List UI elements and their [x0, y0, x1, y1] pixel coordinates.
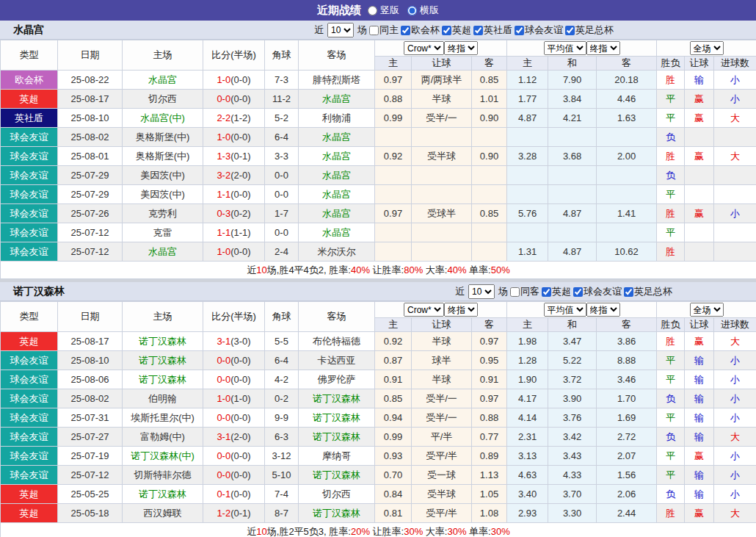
goals-result: 大 [714, 109, 756, 128]
team-section: 水晶宫近10场同主欧会杯英超英社盾球会友谊英足总杯类型日期主场比分(半场)角球客… [0, 21, 756, 279]
match-date: 25-08-02 [58, 128, 123, 147]
home-team: 克劳利 [123, 204, 203, 223]
league-filter-checkbox[interactable] [473, 26, 483, 35]
home-odds: 0.81 [375, 504, 412, 523]
same-venue-checkbox[interactable] [369, 26, 379, 35]
handicap-line [412, 223, 472, 242]
match-date: 25-07-26 [58, 204, 123, 223]
fulltime-score: 0-0 [217, 93, 230, 104]
league-filter-checkbox[interactable] [565, 26, 575, 35]
handicap-result: 赢 [685, 332, 714, 351]
layout-vertical-option[interactable]: 竖版 [367, 4, 399, 17]
league-filter-checkbox[interactable] [542, 287, 551, 297]
score-cell: 0-0(0-0) [203, 466, 265, 485]
column-header-col-score: 比分(半场) [203, 40, 265, 71]
avg-time-select[interactable]: 终指 [586, 303, 620, 317]
avg-home-odds [507, 223, 548, 242]
subcolumn-header-avg-away: 客 [597, 318, 657, 332]
layout-horizontal-option[interactable]: 横版 [407, 4, 439, 17]
games-count-select[interactable]: 10 [327, 23, 354, 37]
odds-company-select[interactable]: Crow* [404, 303, 444, 317]
league-filter-checkbox[interactable] [573, 287, 583, 297]
corner-score: 3-12 [265, 447, 299, 466]
goals-result: 小 [714, 90, 756, 109]
subcolumn-header-handicap: 让球 [412, 57, 472, 71]
league-filter-option[interactable]: 英足总杯 [564, 24, 614, 37]
league-filter-checkbox[interactable] [401, 26, 410, 35]
page-title: 近期战绩 [317, 4, 361, 18]
match-row: 球会友谊25-08-02伯明翰1-0(1-0)0-2诺丁汉森林0.85受半/一0… [1, 389, 756, 408]
league-filter-option[interactable]: 球会友谊 [514, 24, 563, 37]
column-header-col-home: 主场 [123, 40, 203, 71]
match-row: 球会友谊25-08-06诺丁汉森林0-0(0-0)4-2佛罗伦萨0.91半球0.… [1, 370, 756, 389]
handicap-line: 受半球 [412, 147, 472, 166]
odds-time-select[interactable]: 终指 [444, 41, 478, 55]
summary-segment: 单率: [466, 526, 490, 537]
subcolumn-header-handicap: 让球 [412, 318, 472, 332]
column-header-col-corner: 角球 [265, 302, 299, 332]
fulltime-score: 1-3 [217, 151, 230, 162]
games-count-select[interactable]: 10 [468, 284, 495, 299]
corner-score: 7-4 [265, 485, 299, 504]
halftime-score: (1-2) [230, 112, 250, 123]
horizontal-layout-radio[interactable] [407, 6, 417, 15]
away-team: 水晶宫 [299, 147, 375, 166]
vertical-layout-radio[interactable] [368, 6, 377, 15]
avg-away-odds: 2.07 [597, 447, 657, 466]
handicap-line: 受一球 [412, 466, 472, 485]
league-filter-option[interactable]: 英超 [441, 24, 471, 37]
match-row: 英超25-05-25诺丁汉森林0-1(0-0)7-4切尔西0.84受半球1.05… [1, 485, 756, 504]
avg-away-odds: 4.46 [597, 90, 657, 109]
league-filter-label: 球会友谊 [525, 24, 563, 37]
goals-result: 小 [714, 466, 756, 485]
away-odds: 0.89 [472, 447, 507, 466]
home-odds: 0.94 [375, 408, 412, 428]
home-team: 诺丁汉森林 [123, 485, 203, 504]
league-filter-option[interactable]: 球会友谊 [573, 285, 622, 298]
scope-select[interactable]: 全场 [690, 41, 724, 55]
away-team: 利物浦 [299, 109, 375, 128]
odds-time-select[interactable]: 终指 [444, 303, 478, 317]
column-header-col-away: 客场 [299, 302, 375, 332]
same-venue-option[interactable]: 同客 [509, 285, 539, 298]
same-venue-option[interactable]: 同主 [368, 24, 399, 37]
scope-select[interactable]: 全场 [690, 303, 724, 317]
average-select[interactable]: 平均值 [544, 41, 586, 55]
handicap-result [685, 185, 714, 204]
same-venue-checkbox[interactable] [510, 287, 520, 297]
odds-company-select[interactable]: Crow* [404, 41, 444, 55]
score-cell: 1-0(1-0) [203, 389, 265, 408]
sections-container: 水晶宫近10场同主欧会杯英超英社盾球会友谊英足总杯类型日期主场比分(半场)角球客… [0, 21, 756, 537]
handicap-result: 输 [685, 408, 714, 428]
match-date: 25-08-22 [58, 71, 123, 90]
average-select[interactable]: 平均值 [544, 303, 586, 317]
league-filter-checkbox[interactable] [624, 287, 633, 297]
handicap-line: 半球 [412, 332, 472, 351]
summary-segment: 近 [247, 526, 256, 537]
goals-result: 小 [714, 408, 756, 428]
corner-score: 9-9 [265, 408, 299, 428]
league-filter-option[interactable]: 英超 [541, 285, 571, 298]
match-date: 25-05-25 [58, 485, 123, 504]
league-filter-checkbox[interactable] [515, 26, 524, 35]
league-filter-checkbox[interactable] [442, 26, 451, 35]
league-filter-option[interactable]: 英足总杯 [623, 285, 672, 298]
league-badge: 球会友谊 [1, 223, 58, 242]
away-team: 诺丁汉森林 [299, 428, 375, 447]
corner-score: 4-2 [265, 370, 299, 389]
avg-away-odds: 3.46 [597, 370, 657, 389]
avg-home-odds: 5.76 [507, 204, 548, 223]
home-team: 奥格斯堡(中) [123, 128, 203, 147]
home-team: 诺丁汉森林 [123, 332, 203, 351]
league-filter-option[interactable]: 欧会杯 [400, 24, 440, 37]
match-date: 25-07-31 [58, 408, 123, 428]
away-odds [472, 242, 507, 262]
avg-time-select[interactable]: 终指 [586, 41, 620, 55]
halftime-score: (2-0) [230, 431, 250, 442]
league-filter-option[interactable]: 英社盾 [473, 24, 512, 37]
subcolumn-header-handicap-result: 让球 [685, 57, 714, 71]
match-date: 25-07-29 [58, 166, 123, 185]
same-venue-label: 同主 [379, 24, 399, 37]
avg-away-odds: 1.63 [597, 109, 657, 128]
match-row: 球会友谊25-07-31埃斯托里尔(中)0-0(0-0)9-9诺丁汉森林0.94… [1, 408, 756, 428]
